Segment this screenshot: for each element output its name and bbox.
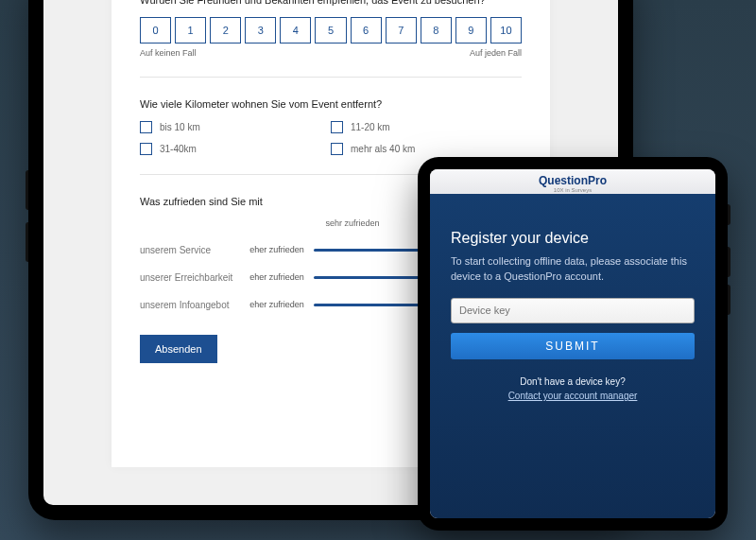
survey-submit-button[interactable]: Absenden: [140, 335, 217, 363]
matrix-col-label: sehr zufrieden: [310, 218, 395, 228]
nps-option[interactable]: 10: [490, 17, 522, 44]
brand-tagline: 10X in Surveys: [539, 187, 607, 193]
matrix-row-label: unserem Service: [140, 245, 244, 255]
register-submit-button[interactable]: SUBMIT: [451, 333, 695, 359]
checkbox-icon[interactable]: [140, 121, 152, 133]
register-subtitle: To start collecting offline data, please…: [451, 254, 695, 285]
checkbox-icon[interactable]: [331, 121, 343, 133]
brand-logo: QuestionPro 10X in Surveys: [539, 171, 607, 193]
nps-scale: 0 1 2 3 4 5 6 7 8 9 10: [140, 17, 522, 44]
power-button[interactable]: [728, 204, 730, 225]
nps-option[interactable]: 4: [280, 17, 311, 44]
tablet-small-frame: QuestionPro 10X in Surveys Register your…: [418, 157, 728, 531]
volume-button[interactable]: [26, 170, 28, 210]
q1-title: Würden Sie Freunden und Bekannten empfeh…: [140, 0, 522, 6]
nps-option[interactable]: 7: [386, 17, 417, 44]
checkbox-option[interactable]: 11-20 km: [331, 121, 522, 133]
checkbox-label: bis 10 km: [160, 122, 200, 132]
checkbox-grid: bis 10 km 11-20 km 31-40km mehr als 40 k…: [140, 121, 522, 155]
q2-title: Wie viele Kilometer wohnen Sie vom Event…: [140, 98, 522, 110]
nps-option[interactable]: 3: [245, 17, 276, 44]
checkbox-option[interactable]: bis 10 km: [140, 121, 331, 133]
matrix-row-label: unserer Erreichbarkeit: [140, 272, 244, 283]
checkbox-label: 11-20 km: [351, 122, 390, 132]
tablet-small-screen: QuestionPro 10X in Surveys Register your…: [430, 169, 715, 518]
checkbox-option[interactable]: 31-40km: [140, 143, 331, 155]
divider: [140, 77, 522, 78]
checkbox-label: 31-40km: [160, 144, 197, 154]
nps-left-label: Auf keinen Fall: [140, 48, 197, 58]
nps-option[interactable]: 5: [315, 17, 346, 44]
checkbox-icon[interactable]: [331, 143, 343, 155]
volume-button-2[interactable]: [728, 285, 730, 315]
checkbox-icon[interactable]: [140, 143, 152, 155]
nps-option[interactable]: 1: [175, 17, 206, 44]
volume-button[interactable]: [728, 247, 730, 277]
nps-right-label: Auf jeden Fall: [470, 48, 522, 58]
nps-option[interactable]: 9: [455, 17, 487, 44]
contact-manager-link[interactable]: Contact your account manager: [451, 391, 695, 401]
checkbox-option[interactable]: mehr als 40 km: [331, 143, 522, 155]
register-panel: Register your device To start collecting…: [430, 194, 715, 518]
register-title: Register your device: [451, 230, 695, 247]
matrix-row-label: unserem Infoangebot: [140, 300, 244, 310]
nps-option[interactable]: 2: [210, 17, 241, 44]
no-key-text: Don't have a device key?: [451, 376, 695, 387]
nps-option[interactable]: 8: [421, 17, 452, 44]
brand-name: QuestionPro: [539, 174, 607, 187]
app-topbar: QuestionPro 10X in Surveys: [430, 169, 715, 195]
device-key-input[interactable]: [451, 298, 695, 323]
slider-current-value: eher zufrieden: [244, 300, 310, 310]
slider-current-value: eher zufrieden: [244, 272, 310, 283]
nps-option[interactable]: 6: [351, 17, 382, 44]
checkbox-label: mehr als 40 km: [351, 144, 415, 154]
nps-anchor-labels: Auf keinen Fall Auf jeden Fall: [140, 48, 522, 58]
nps-option[interactable]: 0: [140, 17, 171, 44]
slider-current-value: eher zufrieden: [244, 245, 310, 255]
volume-button-2[interactable]: [26, 222, 28, 262]
